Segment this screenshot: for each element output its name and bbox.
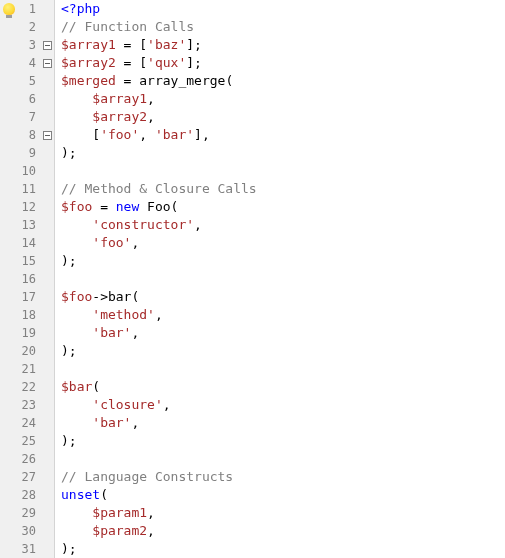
gutter-row: 12 (0, 198, 54, 216)
code-line[interactable]: <?php (61, 0, 505, 18)
token-var: $merged (61, 73, 116, 88)
code-line[interactable] (61, 270, 505, 288)
code-line[interactable]: ['foo', 'bar'], (61, 126, 505, 144)
fold-collapse-icon[interactable] (43, 59, 52, 68)
gutter-row: 23 (0, 396, 54, 414)
fold-collapse-icon[interactable] (43, 41, 52, 50)
line-number: 31 (18, 540, 40, 558)
gutter-row: 14 (0, 234, 54, 252)
code-line[interactable]: ); (61, 144, 505, 162)
token-default (139, 199, 147, 214)
token-default (61, 415, 92, 430)
gutter-row: 10 (0, 162, 54, 180)
code-line[interactable] (61, 162, 505, 180)
code-line[interactable]: // Method & Closure Calls (61, 180, 505, 198)
line-number: 13 (18, 216, 40, 234)
code-line[interactable]: $array2, (61, 108, 505, 126)
gutter-row: 28 (0, 486, 54, 504)
line-number: 7 (18, 108, 40, 126)
token-string: 'foo' (92, 235, 131, 250)
line-number: 28 (18, 486, 40, 504)
gutter-row: 11 (0, 180, 54, 198)
token-keyword: <?php (61, 1, 100, 16)
code-line[interactable]: 'bar', (61, 414, 505, 432)
token-var: $foo (61, 289, 92, 304)
line-number: 29 (18, 504, 40, 522)
code-line[interactable]: $foo->bar( (61, 288, 505, 306)
code-line[interactable] (61, 360, 505, 378)
code-line[interactable]: ); (61, 342, 505, 360)
token-string: 'qux' (147, 55, 186, 70)
code-line[interactable]: $merged = array_merge( (61, 72, 505, 90)
token-default: ); (61, 433, 77, 448)
gutter-row: 13 (0, 216, 54, 234)
token-default (61, 325, 92, 340)
token-default: , (147, 109, 155, 124)
token-var: $array2 (92, 109, 147, 124)
gutter-row: 19 (0, 324, 54, 342)
code-line[interactable]: 'closure', (61, 396, 505, 414)
line-number: 26 (18, 450, 40, 468)
code-line[interactable]: 'method', (61, 306, 505, 324)
token-default (61, 523, 92, 538)
token-default (61, 109, 92, 124)
code-line[interactable] (61, 450, 505, 468)
token-default: = (92, 199, 115, 214)
token-string: 'bar' (92, 325, 131, 340)
token-comment: // Method & Closure Calls (61, 181, 257, 196)
token-default: ], (194, 127, 210, 142)
token-default: ); (61, 145, 77, 160)
gutter-row: 2 (0, 18, 54, 36)
token-default: ( (225, 73, 233, 88)
token-var: $array1 (92, 91, 147, 106)
token-default (61, 505, 92, 520)
code-line[interactable]: $array1 = ['baz']; (61, 36, 505, 54)
token-arrow: -> (92, 289, 108, 304)
token-comment: // Function Calls (61, 19, 194, 34)
token-default: ( (131, 289, 139, 304)
line-number: 8 (18, 126, 40, 144)
token-default: , (147, 91, 155, 106)
code-line[interactable]: $array2 = ['qux']; (61, 54, 505, 72)
token-var: $param1 (92, 505, 147, 520)
line-number: 5 (18, 72, 40, 90)
token-var: $bar (61, 379, 92, 394)
token-comment: // Language Constructs (61, 469, 233, 484)
gutter-row: 26 (0, 450, 54, 468)
line-number: 2 (18, 18, 40, 36)
token-default: ( (92, 379, 100, 394)
fold-column (40, 59, 54, 68)
line-number: 6 (18, 90, 40, 108)
token-string: 'foo' (100, 127, 139, 142)
line-number: 4 (18, 54, 40, 72)
code-line[interactable]: 'foo', (61, 234, 505, 252)
token-func: bar (108, 289, 131, 304)
code-line[interactable]: ); (61, 252, 505, 270)
token-var: $foo (61, 199, 92, 214)
code-line[interactable]: // Language Constructs (61, 468, 505, 486)
code-line[interactable]: // Function Calls (61, 18, 505, 36)
fold-collapse-icon[interactable] (43, 131, 52, 140)
code-area[interactable]: <?php// Function Calls$array1 = ['baz'];… (55, 0, 505, 558)
token-default: ); (61, 541, 77, 556)
line-number: 20 (18, 342, 40, 360)
code-line[interactable]: $foo = new Foo( (61, 198, 505, 216)
line-number: 16 (18, 270, 40, 288)
token-string: 'bar' (155, 127, 194, 142)
token-default: , (139, 127, 155, 142)
code-line[interactable]: ); (61, 540, 505, 558)
code-line[interactable]: $array1, (61, 90, 505, 108)
line-number: 10 (18, 162, 40, 180)
code-line[interactable]: ); (61, 432, 505, 450)
gutter-row: 1 (0, 0, 54, 18)
code-line[interactable]: 'bar', (61, 324, 505, 342)
lightbulb-icon[interactable] (3, 3, 15, 15)
code-line[interactable]: 'constructor', (61, 216, 505, 234)
code-line[interactable]: $param2, (61, 522, 505, 540)
token-default: ( (100, 487, 108, 502)
code-line[interactable]: unset( (61, 486, 505, 504)
code-line[interactable]: $param1, (61, 504, 505, 522)
token-string: 'method' (92, 307, 155, 322)
code-line[interactable]: $bar( (61, 378, 505, 396)
token-keyword: unset (61, 487, 100, 502)
